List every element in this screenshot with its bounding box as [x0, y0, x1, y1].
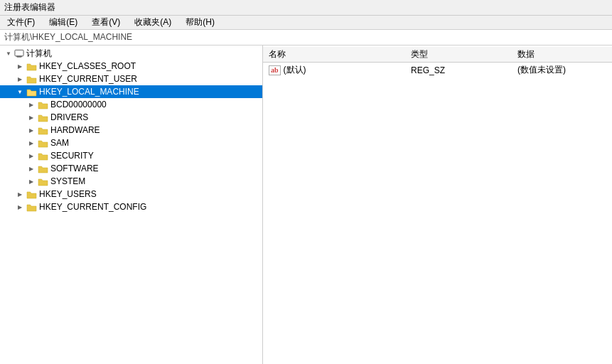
tree-label-bcd00000000: BCD00000000 — [50, 100, 107, 109]
tree-item-hkey-users[interactable]: HKEY_USERS — [0, 188, 262, 200]
folder-icon-hkey-classes-root — [26, 61, 37, 71]
col-header-type: 类型 — [405, 47, 512, 63]
expander-drivers[interactable] — [26, 112, 37, 123]
reg-name-cell: ab (默认) — [263, 63, 405, 78]
main-layout: 计算机 HKEY_CLASSES_ROOT HKEY_CURRENT_USER … — [0, 46, 612, 364]
tree-item-hkey-current-user[interactable]: HKEY_CURRENT_USER — [0, 73, 262, 85]
expander-system[interactable] — [26, 176, 37, 187]
tree-item-computer[interactable]: 计算机 — [0, 47, 262, 60]
tree-label-hkey-users: HKEY_USERS — [39, 189, 97, 199]
tree-item-software[interactable]: SOFTWARE — [0, 162, 262, 175]
address-text: 计算机\HKEY_LOCAL_MACHINE — [4, 31, 132, 43]
tree-item-bcd00000000[interactable]: BCD00000000 — [0, 98, 262, 111]
folder-icon-sam — [37, 138, 48, 148]
menu-help[interactable]: 帮助(H) — [181, 15, 219, 30]
expander-hardware[interactable] — [26, 124, 37, 136]
tree-label-hkey-current-user: HKEY_CURRENT_USER — [39, 74, 137, 84]
tree-label-security: SECURITY — [50, 151, 94, 161]
expander-hkey-local-machine[interactable] — [14, 86, 26, 97]
folder-icon-security — [37, 151, 48, 161]
tree-label-software: SOFTWARE — [50, 164, 99, 173]
folder-icon-drivers — [37, 112, 48, 122]
expander-hkey-current-config[interactable] — [14, 201, 26, 213]
menu-edit[interactable]: 编辑(E) — [45, 15, 82, 30]
tree-label-hkey-classes-root: HKEY_CLASSES_ROOT — [39, 61, 136, 71]
right-pane: 名称 类型 数据 ab (默认) REG_SZ (数值未设置) — [263, 46, 612, 364]
menu-favorites[interactable]: 收藏夹(A) — [130, 15, 176, 30]
folder-icon-hkey-users — [26, 189, 37, 199]
tree-item-security[interactable]: SECURITY — [0, 149, 262, 162]
reg-data-value: (数值未设置) — [512, 63, 612, 78]
tree-item-hkey-current-config[interactable]: HKEY_CURRENT_CONFIG — [0, 200, 262, 213]
tree-label-hkey-local-machine: HKEY_LOCAL_MACHINE — [39, 87, 139, 97]
tree-label-computer: 计算机 — [26, 48, 52, 60]
table-row[interactable]: ab (默认) REG_SZ (数值未设置) — [263, 63, 612, 78]
col-header-data: 数据 — [512, 47, 612, 63]
title-bar: 注册表编辑器 — [0, 0, 612, 16]
svg-rect-2 — [16, 55, 22, 56]
reg-ab-icon: ab — [269, 65, 281, 75]
svg-rect-1 — [17, 56, 22, 57]
expander-sam[interactable] — [26, 137, 37, 149]
expander-hkey-current-user[interactable] — [14, 73, 26, 85]
expander-software[interactable] — [26, 163, 37, 174]
folder-icon-hkey-local-machine — [26, 87, 37, 97]
reg-name-value: (默认) — [284, 64, 306, 76]
folder-icon-system — [37, 176, 48, 186]
tree-item-hardware[interactable]: HARDWARE — [0, 124, 262, 136]
tree-pane[interactable]: 计算机 HKEY_CLASSES_ROOT HKEY_CURRENT_USER … — [0, 46, 263, 364]
expander-computer[interactable] — [3, 48, 14, 59]
tree-label-sam: SAM — [50, 138, 69, 148]
folder-icon-bcd00000000 — [37, 100, 48, 109]
menu-bar: 文件(F) 编辑(E) 查看(V) 收藏夹(A) 帮助(H) — [0, 16, 612, 30]
folder-icon-hkey-current-config — [26, 202, 37, 212]
title-text: 注册表编辑器 — [4, 1, 55, 14]
expander-security[interactable] — [26, 150, 37, 161]
tree-item-hkey-local-machine[interactable]: HKEY_LOCAL_MACHINE — [0, 85, 262, 98]
folder-icon-hkey-current-user — [26, 74, 37, 84]
expander-hkey-classes-root[interactable] — [14, 60, 26, 72]
reg-type-value: REG_SZ — [405, 63, 512, 78]
svg-rect-0 — [15, 50, 23, 55]
tree-label-hardware: HARDWARE — [50, 125, 100, 135]
tree-label-hkey-current-config: HKEY_CURRENT_CONFIG — [39, 202, 146, 212]
menu-view[interactable]: 查看(V) — [87, 15, 124, 30]
col-header-name: 名称 — [263, 47, 405, 63]
tree-label-drivers: DRIVERS — [50, 112, 88, 122]
registry-table: 名称 类型 数据 ab (默认) REG_SZ (数值未设置) — [263, 47, 612, 77]
expander-bcd00000000[interactable] — [26, 99, 37, 110]
expander-hkey-users[interactable] — [14, 188, 26, 200]
computer-icon — [14, 48, 24, 58]
folder-icon-software — [37, 164, 48, 173]
folder-icon-hardware — [37, 125, 48, 135]
tree-item-sam[interactable]: SAM — [0, 136, 262, 149]
address-bar: 计算机\HKEY_LOCAL_MACHINE — [0, 30, 612, 46]
menu-file[interactable]: 文件(F) — [3, 15, 39, 30]
tree-label-system: SYSTEM — [50, 176, 85, 186]
tree-item-drivers[interactable]: DRIVERS — [0, 111, 262, 124]
tree-item-hkey-classes-root[interactable]: HKEY_CLASSES_ROOT — [0, 60, 262, 73]
tree-item-system[interactable]: SYSTEM — [0, 175, 262, 188]
